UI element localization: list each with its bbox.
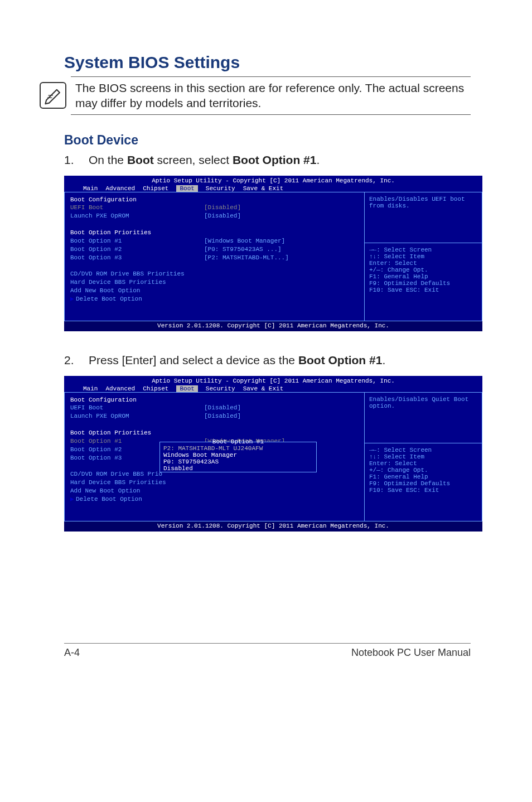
bios-tab: Chipset <box>143 185 168 192</box>
bios-tab: Security <box>206 385 235 392</box>
bios-section: Boot Option Priorities <box>70 429 151 437</box>
bios-key-hint: +/—: Change Opt. <box>369 467 477 474</box>
bios-screenshot-1: Aptio Setup Utility - Copyright [C] 2011… <box>64 176 482 331</box>
bios-key-hint: ↑↓: Select Item <box>369 453 477 460</box>
bios-tab-active: Boot <box>176 385 197 392</box>
bios-help-text: Enables/Disables Quiet Boot option. <box>369 396 477 409</box>
bios-screenshot-2: Aptio Setup Utility - Copyright [C] 2011… <box>64 376 482 532</box>
bios-key-hint: F10: Save ESC: Exit <box>369 487 477 494</box>
bios-tab: Main <box>83 385 98 392</box>
bios-item: UEFI Boot <box>70 404 204 412</box>
step-text: On the Boot screen, select Boot Option #… <box>89 153 471 167</box>
bios-value: [P0: ST9750423AS ...] <box>204 245 282 254</box>
bios-item: Hard Device BBS Priorities <box>70 479 166 487</box>
step-number: 1. <box>64 153 89 167</box>
bios-section: Boot Configuration <box>70 196 137 204</box>
bios-value: [Disabled] <box>204 404 241 412</box>
bios-title: Aptio Setup Utility - Copyright [C] 2011… <box>64 376 482 385</box>
bios-item: Delete Boot Option <box>76 495 142 504</box>
bios-key-hint: ↑↓: Select Item <box>369 253 477 260</box>
divider <box>365 443 482 443</box>
popup-item: Disabled <box>160 465 316 472</box>
bios-item: Boot Option #3 <box>70 254 204 262</box>
page-title: System BIOS Settings <box>64 53 471 72</box>
bios-value: [Windows Boot Manager] <box>204 237 285 245</box>
bios-key-hint: F1: General Help <box>369 474 477 480</box>
bios-key-hint: +/—: Change Opt. <box>369 267 477 273</box>
step-1: 1. On the Boot screen, select Boot Optio… <box>64 153 471 167</box>
bios-value: [Disabled] <box>204 212 241 220</box>
bios-tab: Advanced <box>105 385 135 392</box>
bios-key-hint: F9: Optimized Defaults <box>369 480 477 487</box>
bios-item: Launch PXE OpROM <box>70 412 204 421</box>
note-text: The BIOS screens in this section are for… <box>75 80 471 111</box>
bios-item: Add New Boot Option <box>70 487 140 495</box>
bios-title: Aptio Setup Utility - Copyright [C] 2011… <box>64 176 482 185</box>
bios-key-hint: Enter: Select <box>369 460 477 467</box>
bios-item: Boot Option #2 <box>70 245 204 254</box>
bios-help-text: Enables/Disables UEFI boot from disks. <box>369 196 477 209</box>
bios-tab: Advanced <box>105 185 135 192</box>
popup-item: P0: ST9750423AS <box>160 458 316 465</box>
bios-item: Delete Boot Option <box>76 295 142 303</box>
triangle-icon: ▶ <box>70 295 76 303</box>
bios-key-hint: F10: Save ESC: Exit <box>369 287 477 293</box>
bios-footer: Version 2.01.1208. Copyright [C] 2011 Am… <box>64 321 482 331</box>
bios-key-hint: F1: General Help <box>369 273 477 280</box>
bios-item: Add New Boot Option <box>70 287 140 295</box>
bios-section: Boot Option Priorities <box>70 229 151 237</box>
bios-tab: Save & Exit <box>243 385 284 392</box>
popup-item: Windows Boot Manager <box>160 452 316 458</box>
bios-tabs: Main Advanced Chipset Boot Security Save… <box>64 185 482 192</box>
step-number: 2. <box>64 354 89 367</box>
bios-item-selected: UEFI Boot <box>70 204 204 212</box>
bios-item: CD/DVD ROM Drive BBS Prio <box>70 470 162 479</box>
bios-item: Hard Device BBS Priorities <box>70 278 166 287</box>
bios-tab: Save & Exit <box>243 185 284 192</box>
section-heading: Boot Device <box>64 133 471 148</box>
bios-item: CD/DVD ROM Drive BBS Priorities <box>70 270 185 278</box>
bios-tab: Chipset <box>143 385 168 392</box>
bios-value: [P2: MATSHITABD-MLT...] <box>204 254 289 262</box>
bios-item: Boot Option #1 <box>70 237 204 245</box>
step-text: Press [Enter] and select a device as the… <box>89 354 471 367</box>
bios-item: Launch PXE OpROM <box>70 212 204 220</box>
bios-tab-active: Boot <box>176 185 197 192</box>
page-number: A-4 <box>64 647 80 659</box>
bios-key-hint: →←: Select Screen <box>369 247 477 253</box>
step-2: 2. Press [Enter] and select a device as … <box>64 354 471 367</box>
bios-key-hint: F9: Optimized Defaults <box>369 280 477 287</box>
popup-title: Boot Option #1 <box>160 438 316 445</box>
bios-footer: Version 2.01.1208. Copyright [C] 2011 Am… <box>64 521 482 532</box>
note-icon <box>40 82 66 109</box>
bios-key-hint: →←: Select Screen <box>369 447 477 453</box>
bios-value: [Disabled] <box>204 204 241 212</box>
bios-tab: Security <box>206 185 235 192</box>
popup-item: P2: MATSHITABD-MLT UJ240AFW <box>160 445 316 452</box>
triangle-icon: ▶ <box>70 495 76 504</box>
bios-tabs: Main Advanced Chipset Boot Security Save… <box>64 385 482 392</box>
bios-value: [Disabled] <box>204 412 241 421</box>
bios-section: Boot Configuration <box>70 396 137 404</box>
bios-key-hint: Enter: Select <box>369 260 477 267</box>
bios-popup: Boot Option #1 P2: MATSHITABD-MLT UJ240A… <box>159 442 317 472</box>
bios-tab: Main <box>83 185 98 192</box>
divider <box>365 243 482 243</box>
footer-text: Notebook PC User Manual <box>351 647 471 659</box>
